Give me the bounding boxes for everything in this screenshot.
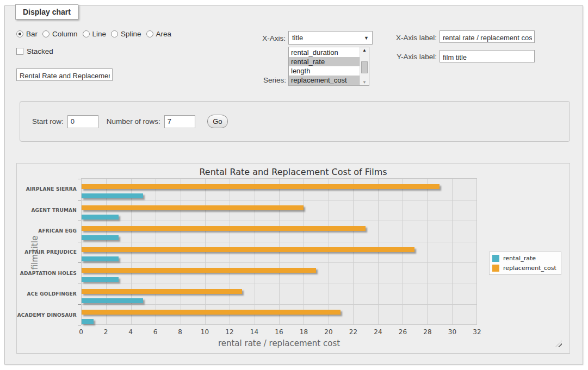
radio-column-icon[interactable] bbox=[42, 30, 49, 37]
bar-rental_rate bbox=[82, 215, 119, 220]
x-tick-label: 30 bbox=[448, 328, 456, 336]
x-axis-select-label: X-Axis: bbox=[249, 34, 286, 42]
series-option-replacement-cost[interactable]: replacement_cost bbox=[289, 76, 360, 85]
y-axis-tick bbox=[78, 242, 81, 242]
scroll-down-icon[interactable]: ▼ bbox=[360, 80, 369, 85]
x-axis-label-label: X-Axis label: bbox=[391, 34, 437, 42]
x-tick-label: 8 bbox=[178, 328, 182, 336]
y-axis-tick bbox=[78, 179, 81, 179]
stacked-checkbox[interactable] bbox=[16, 48, 23, 55]
radio-line-icon[interactable] bbox=[83, 30, 90, 37]
y-axis-label-input[interactable] bbox=[440, 50, 535, 62]
num-rows-input[interactable] bbox=[164, 115, 195, 128]
gridline-horizontal bbox=[82, 242, 476, 242]
gridline-vertical bbox=[452, 179, 453, 324]
num-rows-label: Number of rows: bbox=[107, 117, 160, 126]
series-scrollbar[interactable]: ▲ ▼ bbox=[360, 47, 369, 85]
gridline-vertical bbox=[427, 179, 428, 324]
y-axis-tick bbox=[78, 200, 81, 200]
radio-area-label: Area bbox=[156, 30, 172, 38]
category-label: ADAPTATION HOLES bbox=[20, 271, 77, 276]
bar-rental_rate bbox=[82, 277, 119, 282]
category-label: AFFAIR PREJUDICE bbox=[24, 249, 77, 255]
y-axis-tick bbox=[78, 221, 81, 221]
legend-label: replacement_cost bbox=[503, 265, 556, 272]
bar-rental_rate bbox=[82, 235, 119, 240]
y-axis-tick bbox=[78, 262, 81, 263]
x-tick-label: 2 bbox=[104, 328, 108, 336]
radio-spline-label: Spline bbox=[121, 30, 141, 38]
start-row-input[interactable] bbox=[67, 115, 98, 128]
series-option-length[interactable]: length bbox=[289, 66, 360, 76]
radio-bar-icon[interactable] bbox=[16, 30, 23, 37]
category-label: AFRICAN EGG bbox=[38, 228, 77, 234]
x-tick-labels: 02468101214161820222426283032 bbox=[81, 328, 477, 337]
x-tick-label: 26 bbox=[399, 328, 407, 336]
radio-bar-label: Bar bbox=[26, 30, 38, 38]
radio-line-label: Line bbox=[92, 30, 107, 38]
x-tick-label: 12 bbox=[225, 328, 233, 336]
x-tick-label: 0 bbox=[79, 328, 83, 336]
gridline-horizontal bbox=[82, 221, 476, 221]
x-tick-label: 20 bbox=[324, 328, 332, 336]
y-axis-tick bbox=[78, 325, 81, 325]
bar-replacement_cost bbox=[82, 205, 304, 210]
x-tick-label: 10 bbox=[201, 328, 209, 336]
series-listbox[interactable]: rental_duration rental_rate length repla… bbox=[288, 47, 369, 86]
bar-rental_rate bbox=[82, 319, 94, 324]
legend-label: rental_rate bbox=[503, 255, 536, 262]
bar-replacement_cost bbox=[82, 226, 366, 231]
chart-container: Rental Rate and Replacement Cost of Film… bbox=[16, 163, 570, 354]
resize-grip-icon[interactable] bbox=[555, 341, 562, 347]
y-axis-tick bbox=[78, 304, 81, 305]
series-option-rental-rate[interactable]: rental_rate bbox=[289, 57, 360, 66]
legend-swatch-icon bbox=[492, 265, 499, 272]
series-option-rental-duration[interactable]: rental_duration bbox=[289, 48, 360, 57]
scroll-up-icon[interactable]: ▲ bbox=[360, 48, 369, 53]
bar-replacement_cost bbox=[82, 184, 440, 189]
chart-type-radio-group: Bar Column Line Spline Area bbox=[16, 30, 171, 38]
gridline-horizontal bbox=[82, 304, 476, 305]
category-label: AIRPLANE SIERRA bbox=[26, 186, 77, 192]
radio-area[interactable]: Area bbox=[146, 30, 172, 38]
radio-column[interactable]: Column bbox=[42, 30, 78, 38]
radio-line[interactable]: Line bbox=[83, 30, 107, 38]
x-axis-title: rental rate / replacement cost bbox=[81, 338, 477, 348]
x-axis-label-input[interactable] bbox=[440, 30, 535, 43]
gridline-horizontal bbox=[82, 284, 476, 284]
category-label: ACE GOLDFINGER bbox=[27, 291, 77, 297]
category-label: AGENT TRUMAN bbox=[31, 208, 77, 213]
stacked-option[interactable]: Stacked bbox=[16, 47, 53, 55]
rows-panel: Start row: Number of rows: Go bbox=[20, 101, 570, 142]
legend-entry-rental_rate: rental_rate bbox=[492, 255, 556, 262]
x-axis-select[interactable]: title ▼ bbox=[288, 31, 373, 45]
gridline-horizontal bbox=[82, 200, 476, 200]
plot-area: AIRPLANE SIERRAAGENT TRUMANAFRICAN EGGAF… bbox=[81, 178, 477, 325]
radio-bar[interactable]: Bar bbox=[16, 30, 38, 38]
x-tick-label: 22 bbox=[349, 328, 357, 336]
legend-entry-replacement_cost: replacement_cost bbox=[492, 265, 556, 272]
bar-replacement_cost bbox=[82, 268, 316, 273]
gridline-horizontal bbox=[82, 262, 476, 263]
scroll-thumb[interactable] bbox=[361, 61, 368, 73]
bar-rental_rate bbox=[82, 256, 119, 261]
x-tick-label: 6 bbox=[153, 328, 158, 336]
x-tick-label: 24 bbox=[374, 328, 382, 336]
x-tick-label: 18 bbox=[300, 328, 308, 336]
dropdown-arrow-icon: ▼ bbox=[364, 35, 369, 41]
radio-area-icon[interactable] bbox=[146, 30, 153, 37]
bar-rental_rate bbox=[82, 193, 143, 198]
go-button[interactable]: Go bbox=[207, 115, 228, 128]
radio-spline[interactable]: Spline bbox=[111, 30, 141, 38]
x-tick-label: 16 bbox=[275, 328, 283, 336]
radio-spline-icon[interactable] bbox=[111, 30, 118, 37]
chart-legend: rental_ratereplacement_cost bbox=[489, 252, 561, 275]
x-tick-label: 28 bbox=[423, 328, 431, 336]
bar-rental_rate bbox=[82, 298, 143, 303]
chart-title: Rental Rate and Replacement Cost of Film… bbox=[17, 167, 570, 177]
x-tick-label: 4 bbox=[128, 328, 133, 336]
start-row-label: Start row: bbox=[32, 117, 64, 126]
stacked-label: Stacked bbox=[27, 47, 53, 55]
y-axis-tick bbox=[78, 284, 81, 284]
chart-title-input[interactable] bbox=[16, 68, 113, 81]
